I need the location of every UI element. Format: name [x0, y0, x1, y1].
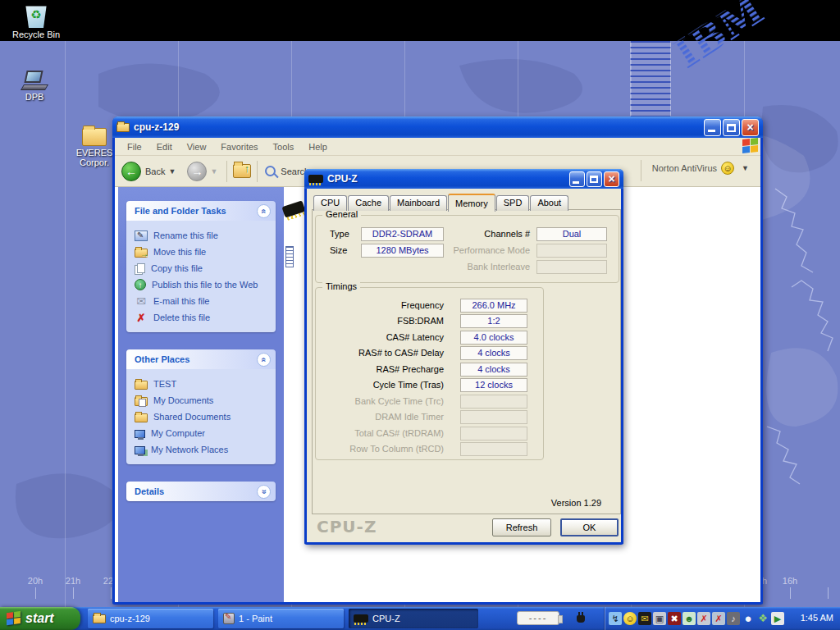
menu-favorites[interactable]: Favorites [213, 139, 265, 154]
back-label[interactable]: Back [145, 167, 165, 176]
tab-memory[interactable]: Memory [448, 194, 495, 212]
task-copy-file[interactable]: Copy this file [135, 260, 272, 276]
menu-help[interactable]: Help [301, 139, 335, 154]
close-button[interactable]: × [604, 171, 619, 187]
offline-network-icon[interactable]: ✗ [712, 612, 725, 625]
task-move-file[interactable]: Move this file [135, 244, 272, 260]
bank-interleave-label: Bank Interleave [468, 262, 530, 272]
expand-chevron-icon[interactable]: « [257, 485, 271, 499]
cpuz-tabs: CPU Cache Mainboard Memory SPD About [313, 194, 569, 212]
cpuz-dialog: CPU-Z × CPU Cache Mainboard Memory SPD A… [304, 169, 623, 545]
task-publish-file[interactable]: ↑Publish this file to the Web [135, 276, 272, 293]
tab-cache[interactable]: Cache [348, 195, 389, 211]
norton-email-icon[interactable]: ✉ [638, 612, 651, 625]
close-button[interactable]: × [742, 119, 759, 136]
taskbar-item-paint[interactable]: 1 - Paint [218, 609, 344, 628]
back-dropdown-icon[interactable]: ▼ [168, 167, 176, 176]
place-my-computer[interactable]: My Computer [135, 425, 272, 441]
section-header[interactable]: Details « [126, 482, 276, 501]
row-to-column-label: Row To Column (tRCD) [321, 444, 444, 454]
performance-mode-label: Performance Mode [453, 245, 530, 255]
fsb-dram-field: 1:2 [460, 314, 527, 328]
place-my-network-places[interactable]: My Network Places [135, 441, 272, 458]
folder-icon [93, 614, 106, 623]
type-label: Type [330, 229, 349, 239]
ras-precharge-field: 4 clocks [460, 363, 527, 377]
start-button[interactable]: start [0, 607, 80, 630]
norton-dropdown-icon[interactable]: ▼ [742, 164, 749, 172]
zonealarm-icon[interactable]: ↯ [609, 612, 622, 625]
file-icon-ram[interactable] [285, 246, 294, 267]
menu-view[interactable]: View [180, 139, 214, 154]
blocked-media-icon[interactable]: ✖ [668, 612, 681, 625]
window-title: cpu-z-129 [134, 121, 704, 133]
minimize-button[interactable] [704, 119, 721, 136]
my-documents-icon [135, 397, 148, 406]
desktop-icon-recycle-bin[interactable]: ♻ Recycle Bin [11, 3, 61, 39]
menu-edit[interactable]: Edit [149, 139, 180, 154]
tab-spd[interactable]: SPD [496, 195, 530, 211]
maximize-button[interactable] [723, 119, 740, 136]
menu-tools[interactable]: Tools [266, 139, 302, 154]
tab-about[interactable]: About [530, 195, 568, 211]
utility-icon[interactable]: ❖ [756, 612, 769, 625]
file-icon-chip[interactable] [283, 203, 304, 215]
paint-icon [223, 613, 235, 624]
search-icon[interactable] [265, 166, 276, 176]
place-my-documents[interactable]: My Documents [135, 392, 272, 409]
taskbar-item-cpuz[interactable]: CPU-Z [349, 609, 478, 628]
copy-icon [137, 263, 145, 273]
dram-idle-timer-field [460, 410, 527, 424]
channels-label: Channels # [484, 229, 530, 239]
taskbar-item-explorer[interactable]: cpu-z-129 [88, 609, 213, 628]
clock[interactable]: 1:45 AM [801, 613, 833, 623]
total-cas-label: Total CAS# (tRDRAM) [321, 428, 444, 438]
task-rename-file[interactable]: Rename this file [135, 227, 272, 244]
ok-button[interactable]: OK [560, 518, 619, 536]
messenger-users-icon[interactable]: ☻ [682, 612, 696, 625]
tab-cpu[interactable]: CPU [313, 195, 347, 211]
hour-label: 20h [24, 576, 47, 586]
type-field: DDR2-SDRAM [361, 227, 444, 241]
minimize-button[interactable] [569, 171, 585, 187]
section-header[interactable]: Other Places « [126, 349, 276, 369]
place-shared-documents[interactable]: Shared Documents [135, 409, 272, 425]
windows-logo-icon [742, 138, 759, 154]
collapse-chevron-icon[interactable]: « [257, 204, 271, 218]
menu-bar: File Edit View Favorites Tools Help [115, 138, 760, 156]
refresh-button[interactable]: Refresh [492, 518, 551, 536]
volume-icon[interactable]: ♪ [727, 612, 740, 625]
forward-button[interactable]: → [187, 162, 207, 181]
display-settings-icon[interactable]: ▶ [771, 612, 784, 625]
explorer-titlebar[interactable]: cpu-z-129 × [112, 116, 763, 138]
size-label: Size [330, 245, 347, 255]
task-email-file[interactable]: ✉E-mail this file [135, 293, 272, 309]
menu-file[interactable]: File [120, 139, 149, 154]
desktop-icon-dpb[interactable]: DPB [10, 71, 59, 102]
maximize-button[interactable] [587, 171, 602, 187]
channels-field: Dual [536, 227, 607, 241]
cpuz-titlebar[interactable]: CPU-Z × [304, 169, 623, 189]
tab-mainboard[interactable]: Mainboard [390, 195, 447, 211]
row-to-column-field [460, 442, 527, 456]
norton-antivirus-toolbar[interactable]: Norton AntiVirus ☺ ▼ [652, 162, 752, 175]
network-computers-icon[interactable]: ▣ [653, 612, 666, 625]
battery-meter[interactable]: ---- [517, 611, 559, 625]
section-header[interactable]: File and Folder Tasks « [126, 201, 276, 221]
email-icon: ✉ [135, 296, 148, 307]
shared-documents-icon [135, 413, 148, 422]
back-button[interactable]: ← [121, 162, 141, 181]
folder-icon [135, 381, 148, 390]
norton-antivirus-icon[interactable]: ☺ [623, 612, 637, 625]
version-text: Version 1.29 [551, 498, 601, 508]
offline-computer-icon[interactable]: ✗ [697, 612, 710, 625]
task-pane: File and Folder Tasks « Rename this file… [118, 187, 284, 602]
place-test[interactable]: TEST [135, 376, 272, 392]
task-delete-file[interactable]: ✗Delete this file [135, 309, 272, 326]
top-band: ♻ Recycle Bin IBM [0, 0, 840, 41]
taskbar: start cpu-z-129 1 - Paint CPU-Z ---- ↯ ☺… [0, 607, 840, 630]
cas-latency-label: CAS# Latency [321, 332, 444, 342]
ghost-icon[interactable]: ● [742, 612, 755, 625]
collapse-chevron-icon[interactable]: « [257, 353, 271, 367]
up-folder-button[interactable]: ↑ [233, 164, 251, 178]
